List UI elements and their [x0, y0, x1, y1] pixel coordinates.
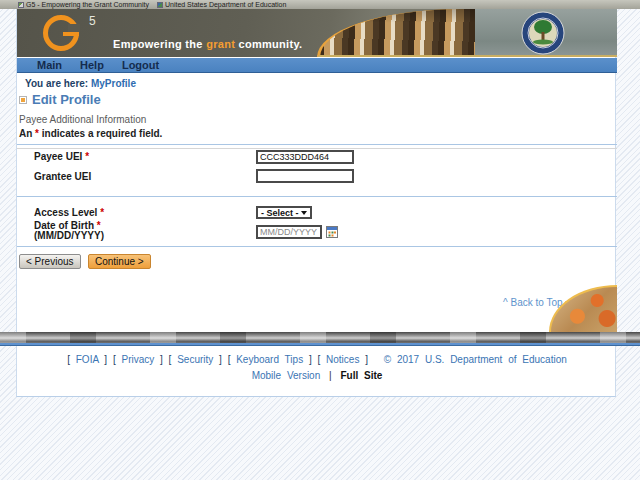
banner-tagline: Empowering the grant community. [113, 38, 302, 50]
browser-tab-ed[interactable]: United States Department of Education [157, 1, 286, 8]
calendar-icon[interactable] [326, 226, 338, 238]
footer-link-foia[interactable]: FOIA [76, 354, 99, 365]
grantee-uei-input[interactable] [256, 169, 354, 183]
dob-input[interactable] [256, 225, 322, 239]
previous-button[interactable]: < Previous [19, 254, 81, 269]
footer-version-row: Mobile Version | Full Site [17, 370, 617, 381]
access-level-selected-value: - Select - [261, 208, 299, 218]
g5-logo [43, 15, 79, 51]
nav-logout[interactable]: Logout [122, 59, 159, 71]
g5-logo-number: 5 [89, 14, 97, 28]
required-field-note: An * indicates a required field. [19, 128, 162, 139]
separator [17, 148, 617, 149]
page-title: Edit Profile [19, 92, 101, 107]
classroom-corner-photo [549, 285, 617, 332]
back-to-top-link[interactable]: ^ Back to Top [503, 297, 563, 308]
browser-tab-g5[interactable]: G5 - Empowering the Grant Community [18, 1, 149, 8]
g5-header-banner: 5 Empowering the grant community. [17, 9, 617, 57]
tagline-grant-highlight: grant [206, 38, 235, 50]
access-level-select[interactable]: - Select - [256, 206, 312, 219]
g5-edit-profile-screen: G5 - Empowering the Grant Community Unit… [0, 0, 640, 480]
bullet-square-icon [19, 96, 27, 104]
separator [17, 196, 617, 197]
separator [17, 144, 617, 145]
blue-divider-line [0, 343, 640, 346]
footer-link-security[interactable]: Security [177, 354, 213, 365]
nav-main[interactable]: Main [37, 59, 62, 71]
browser-tab-bar: G5 - Empowering the Grant Community Unit… [0, 0, 640, 9]
continue-button[interactable]: Continue > [88, 254, 151, 269]
section-title: Payee Additional Information [19, 114, 146, 125]
footer-link-privacy[interactable]: Privacy [121, 354, 154, 365]
main-nav-bar: Main Help Logout [17, 58, 617, 73]
footer-link-keyboard-tips[interactable]: Keyboard Tips [236, 354, 303, 365]
separator [17, 246, 617, 247]
footer-link-notices[interactable]: Notices [326, 354, 359, 365]
copyright-text: © 2017 U.S. Department of Education [384, 354, 567, 365]
browser-tab-g5-title: G5 - Empowering the Grant Community [26, 1, 149, 8]
metal-divider-photo [0, 332, 640, 343]
payee-uei-input[interactable] [256, 150, 354, 164]
payee-uei-label: Payee UEI * [34, 152, 89, 162]
mobile-version-link[interactable]: Mobile Version [252, 370, 321, 381]
access-level-label: Access Level * [34, 208, 104, 218]
required-asterisk: * [85, 151, 89, 162]
dept-of-education-seal-icon [521, 11, 565, 55]
nav-help[interactable]: Help [80, 59, 104, 71]
full-site-link[interactable]: Full Site [340, 370, 382, 381]
required-asterisk: * [100, 207, 104, 218]
breadcrumb-myprofile-link[interactable]: MyProfile [91, 78, 136, 89]
breadcrumb: You are here: MyProfile [25, 78, 136, 89]
library-photo [317, 9, 477, 57]
grantee-uei-label: Grantee UEI [34, 172, 91, 182]
g5-favicon-icon [18, 2, 24, 8]
chevron-down-icon [301, 211, 307, 215]
browser-tab-ed-title: United States Department of Education [165, 1, 286, 8]
ed-favicon-icon [157, 2, 163, 8]
dob-format-label: (MM/DD/YYYY) [34, 231, 104, 241]
footer-links-row: [ FOIA ] [ Privacy ] [ Security ] [ Keyb… [17, 354, 617, 365]
